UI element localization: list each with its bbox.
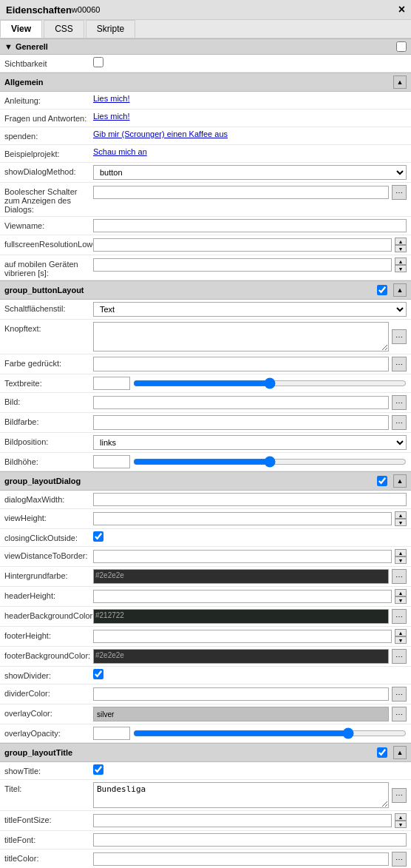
viewdistance-input[interactable] xyxy=(93,550,392,563)
textbreite-slider[interactable] xyxy=(133,378,407,388)
viewheight-label: viewHeight: xyxy=(4,511,93,522)
generell-checkbox[interactable] xyxy=(396,41,407,52)
fullscreen-input[interactable]: 672 xyxy=(93,238,392,252)
buttonlayout-checkbox[interactable] xyxy=(377,285,387,295)
closingclick-checkbox[interactable] xyxy=(93,531,103,542)
footerheight-up[interactable]: ▲ xyxy=(395,629,407,636)
fullscreen-down[interactable]: ▼ xyxy=(395,245,407,252)
farbe-color-field[interactable] xyxy=(93,357,389,371)
overlayopacity-input[interactable]: 0.8 xyxy=(93,727,130,740)
dividercolor-btn[interactable]: ⋯ xyxy=(392,687,407,702)
bildhoehe-slider[interactable] xyxy=(133,457,407,467)
layoutdialog-checkbox[interactable] xyxy=(377,476,387,486)
overlaycolor-box[interactable]: silver xyxy=(93,707,389,721)
tab-view[interactable]: View xyxy=(0,20,42,38)
footerbg-btn[interactable]: ⋯ xyxy=(392,649,407,664)
textbreite-row: Textbreite: xyxy=(0,374,411,393)
overlaycolor-btn[interactable]: ⋯ xyxy=(392,707,407,721)
sichtbarkeit-checkbox[interactable] xyxy=(93,57,103,67)
allgemein-label: Allgemein xyxy=(4,78,44,87)
knopftext-btn[interactable]: ⋯ xyxy=(392,329,407,344)
headerheight-up[interactable]: ▲ xyxy=(395,589,407,596)
fullscreen-row: fullscreenResolutionLower: 672 ▲ ▼ xyxy=(0,235,411,255)
viewdistance-up[interactable]: ▲ xyxy=(395,549,407,556)
fragen-label: Fragen und Antworten: xyxy=(4,112,93,123)
headerheight-input[interactable]: 40 xyxy=(93,590,392,603)
titlefontsize-input[interactable]: 17 xyxy=(93,814,392,827)
titlefont-input[interactable]: RobotoCondensed-BoldItalic xyxy=(93,833,407,847)
layoutdialog-label: group_layoutDialog xyxy=(4,477,81,485)
headerheight-label: headerHeight: xyxy=(4,589,93,600)
close-icon[interactable]: × xyxy=(398,3,405,16)
allgemein-scroll-up[interactable]: ▲ xyxy=(393,75,407,89)
bildfarbe-row: Bildfarbe: ⋯ xyxy=(0,413,411,433)
mobil-input[interactable]: 50 xyxy=(93,258,392,272)
bild-btn[interactable]: ⋯ xyxy=(392,395,407,410)
layoutdialog-scroll-up[interactable]: ▲ xyxy=(393,474,407,488)
fullscreen-up[interactable]: ▲ xyxy=(395,238,407,245)
titlefontsize-up[interactable]: ▲ xyxy=(395,813,407,821)
titlecolor-btn[interactable]: ⋯ xyxy=(392,852,407,867)
tab-skripte[interactable]: Skripte xyxy=(86,20,135,38)
showdivider-row: showDivider: xyxy=(0,667,411,684)
mobil-down[interactable]: ▼ xyxy=(395,265,407,272)
bildfarbe-color-field[interactable] xyxy=(93,415,389,430)
buttonlayout-label: group_buttonLayout xyxy=(4,286,84,295)
boolescher-input[interactable] xyxy=(93,186,389,199)
footerbg-color-box[interactable]: #2e2e2e xyxy=(93,649,389,664)
titlecolor-input[interactable]: white xyxy=(93,852,389,866)
showdialog-select[interactable]: button auto manual xyxy=(93,165,407,180)
overlayopacity-slider[interactable] xyxy=(133,728,407,739)
titlefontsize-down[interactable]: ▼ xyxy=(395,821,407,828)
viewname-input[interactable]: 101_D_Bundesliga xyxy=(93,219,407,232)
fragen-link[interactable]: Lies mich! xyxy=(93,112,130,121)
viewdistance-row: viewDistanceToBorder: ▲ ▼ xyxy=(0,547,411,567)
tab-css[interactable]: CSS xyxy=(44,20,84,38)
farbe-btn[interactable]: ⋯ xyxy=(392,357,407,371)
hintergrund-color-box[interactable]: #2e2e2e xyxy=(93,569,389,584)
spenden-row: spenden: Gib mir (Scrounger) einen Kaffe… xyxy=(0,127,411,145)
bildfarbe-btn[interactable]: ⋯ xyxy=(392,415,407,430)
headerbg-color-box[interactable]: #212722 xyxy=(93,609,389,624)
schaltflaechenstil-select[interactable]: Text Icon Text+Icon xyxy=(93,302,407,317)
footerheight-input[interactable]: 40 xyxy=(93,630,392,643)
headerheight-down[interactable]: ▼ xyxy=(395,596,407,604)
mobil-row: auf mobilen Geräten vibrieren [s]: 50 ▲ … xyxy=(0,255,411,280)
bild-input[interactable] xyxy=(93,396,389,409)
overlaycolor-row: overlayColor: silver ⋯ xyxy=(0,704,411,724)
buttonlayout-scroll-up[interactable]: ▲ xyxy=(393,283,407,297)
titel-textarea[interactable]: Bundesliga xyxy=(93,782,389,808)
headerbg-btn[interactable]: ⋯ xyxy=(392,609,407,624)
layouttitle-scroll-up[interactable]: ▲ xyxy=(393,746,407,759)
dialogmaxwidth-input[interactable]: 1200 xyxy=(93,493,407,506)
dialogmaxwidth-label: dialogMaxWidth: xyxy=(4,493,93,504)
hintergrund-btn[interactable]: ⋯ xyxy=(392,569,407,584)
beispiel-link[interactable]: Schau mich an xyxy=(93,147,147,156)
showtitle-checkbox[interactable] xyxy=(93,764,103,775)
showdivider-checkbox[interactable] xyxy=(93,669,103,679)
titel-btn[interactable]: ⋯ xyxy=(392,788,407,803)
beispiel-label: Beispielprojekt: xyxy=(4,147,93,158)
sichtbarkeit-label: Sichtbarkeit xyxy=(4,57,93,68)
layouttitle-checkbox[interactable] xyxy=(377,747,387,758)
viewheight-up[interactable]: ▲ xyxy=(395,511,407,519)
bildposition-row: Bildposition: links rechts oben unten xyxy=(0,433,411,453)
viewheight-input[interactable]: 650 xyxy=(93,512,392,525)
knopftext-textarea[interactable] xyxy=(93,322,389,351)
mobil-up[interactable]: ▲ xyxy=(395,258,407,265)
dividercolor-input[interactable]: white xyxy=(93,687,389,701)
overlayopacity-label: overlayOpacity: xyxy=(4,727,93,738)
footerheight-down[interactable]: ▼ xyxy=(395,636,407,644)
bildposition-select[interactable]: links rechts oben unten xyxy=(93,435,407,450)
titel-row: Titel: Bundesliga ⋯ xyxy=(0,780,411,811)
textbreite-input[interactable] xyxy=(93,377,130,390)
viewheight-down[interactable]: ▼ xyxy=(395,519,407,526)
boolescher-btn[interactable]: ⋯ xyxy=(392,185,407,200)
beispiel-row: Beispielprojekt: Schau mich an xyxy=(0,145,411,163)
title-bar: Eidenschaften w00060 × xyxy=(0,0,411,20)
bildhoehe-row: Bildhöhe: xyxy=(0,453,411,471)
bildhoehe-input[interactable] xyxy=(93,455,130,468)
spenden-link[interactable]: Gib mir (Scrounger) einen Kaffee aus xyxy=(93,129,228,138)
viewdistance-down[interactable]: ▼ xyxy=(395,556,407,564)
anleitung-link[interactable]: Lies mich! xyxy=(93,94,130,103)
